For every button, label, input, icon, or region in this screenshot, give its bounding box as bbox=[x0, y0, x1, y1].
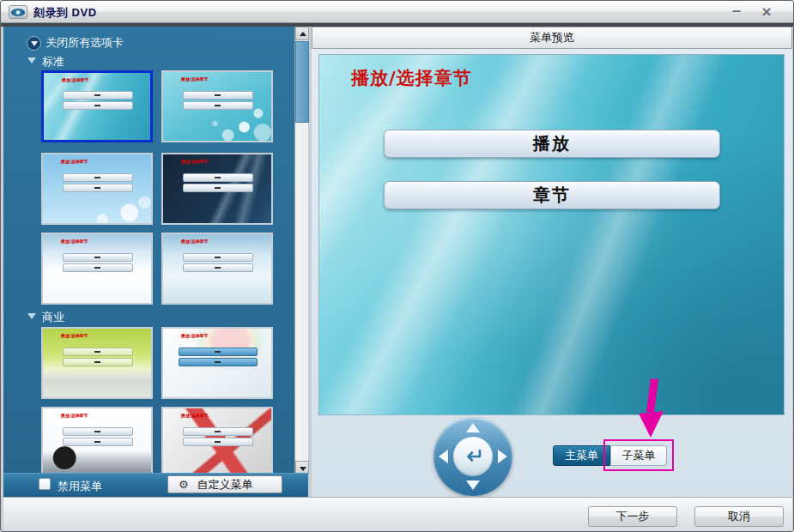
sidebar-scrollbar[interactable] bbox=[294, 27, 308, 475]
thumb-play-bar bbox=[183, 91, 254, 100]
section-business[interactable]: 商业 bbox=[27, 310, 64, 325]
dpad-up-icon[interactable] bbox=[466, 423, 480, 432]
thumb-chapter-bar bbox=[183, 438, 254, 446]
thumb-play-bar bbox=[63, 348, 134, 356]
scrollbar-thumb[interactable] bbox=[295, 41, 309, 123]
thumb-chapter-bar bbox=[63, 438, 134, 446]
menu-preview-header: 菜单预览 bbox=[312, 27, 792, 49]
disable-menu-checkbox[interactable] bbox=[39, 478, 51, 490]
circle-down-arrow-icon bbox=[27, 36, 41, 51]
template-thumbnail-cyan-bokeh[interactable]: 播放/选择章节 bbox=[161, 70, 273, 142]
thumb-menu-title: 播放/选择章节 bbox=[62, 77, 89, 83]
thumb-chapter-bar bbox=[179, 358, 258, 366]
template-thumbnail-navy-swirl[interactable]: 播放/选择章节 bbox=[161, 153, 273, 225]
thumb-chapter-bar bbox=[183, 101, 254, 110]
minimize-button[interactable]: – bbox=[727, 4, 746, 20]
thumb-menu-title: 播放/选择章节 bbox=[181, 413, 209, 419]
dpad-control bbox=[433, 417, 512, 496]
template-thumbnail-sky-bokeh[interactable]: 播放/选择章节 bbox=[41, 153, 153, 225]
close-button[interactable]: × bbox=[756, 3, 777, 21]
thumb-play-bar bbox=[63, 91, 132, 100]
close-all-tabs-label: 关闭所有选项卡 bbox=[45, 35, 124, 50]
thumb-menu-title: 播放/选择章节 bbox=[181, 333, 209, 339]
thumb-play-bar bbox=[183, 173, 254, 182]
template-thumbnail-teal-swirl[interactable]: 播放/选择章节 bbox=[41, 70, 153, 142]
annotation-highlight-box bbox=[603, 439, 674, 471]
thumb-play-bar bbox=[63, 253, 134, 262]
template-thumbnail-business-blue-bars[interactable]: 播放/选择章节 bbox=[161, 327, 273, 399]
thumb-chapter-bar bbox=[183, 184, 254, 192]
cancel-button[interactable]: 取消 bbox=[694, 506, 784, 527]
annotation-arrow-icon bbox=[633, 378, 672, 438]
template-thumbnail-business-green-blocks[interactable]: 播放/选择章节 bbox=[41, 327, 153, 399]
template-thumbnail-business-red-runner[interactable]: 播放/选择章节 bbox=[161, 407, 273, 479]
chapter-menu-button[interactable]: 章节 bbox=[384, 181, 720, 209]
template-thumbnail-business-city-chart[interactable]: 播放/选择章节 bbox=[41, 407, 153, 479]
thumb-play-bar bbox=[63, 173, 134, 182]
next-button[interactable]: 下一步 bbox=[588, 506, 677, 527]
thumb-play-bar bbox=[179, 348, 258, 356]
collapse-icon bbox=[27, 57, 36, 63]
thumb-menu-title: 播放/选择章节 bbox=[61, 239, 88, 245]
menu-preview-canvas bbox=[318, 54, 785, 415]
gear-icon: ⚙ bbox=[179, 478, 189, 492]
close-all-tabs-button[interactable]: 关闭所有选项卡 bbox=[27, 35, 124, 50]
thumb-play-bar bbox=[63, 427, 134, 436]
enter-icon bbox=[463, 449, 483, 464]
thumb-chapter-bar bbox=[183, 263, 254, 272]
section-business-label: 商业 bbox=[42, 311, 64, 323]
thumb-menu-title: 播放/选择章节 bbox=[61, 333, 88, 339]
template-thumbnail-pale-blue-soft[interactable]: 播放/选择章节 bbox=[161, 233, 273, 305]
title-bar: 刻录到 DVD – × bbox=[1, 1, 793, 23]
thumb-menu-title: 播放/选择章节 bbox=[181, 159, 209, 165]
thumb-menu-title: 播放/选择章节 bbox=[61, 413, 88, 419]
window-title: 刻录到 DVD bbox=[33, 5, 97, 21]
dpad-right-icon[interactable] bbox=[498, 450, 507, 463]
disable-menu-label: 禁用菜单 bbox=[58, 479, 102, 494]
template-thumbnail-pale-blue-top[interactable]: 播放/选择章节 bbox=[41, 233, 153, 305]
dvd-disc-icon bbox=[9, 5, 27, 19]
thumb-chapter-bar bbox=[63, 184, 134, 192]
scroll-up-button[interactable] bbox=[295, 27, 309, 40]
thumb-chapter-bar bbox=[63, 101, 132, 110]
thumb-chapter-bar bbox=[63, 358, 134, 366]
section-standard[interactable]: 标准 bbox=[27, 54, 64, 70]
dpad-left-icon[interactable] bbox=[439, 450, 448, 463]
thumb-play-bar bbox=[183, 427, 254, 436]
section-standard-label: 标准 bbox=[42, 55, 64, 68]
thumb-chapter-bar bbox=[63, 263, 134, 272]
burn-to-dvd-window: 刻录到 DVD – × 关闭所有选项卡 标准 商业 播放/选择章节 播放/选择章… bbox=[0, 0, 794, 532]
thumb-menu-title: 播放/选择章节 bbox=[181, 239, 209, 245]
main-menu-toggle[interactable]: 主菜单 bbox=[553, 445, 610, 466]
thumb-menu-title: 播放/选择章节 bbox=[61, 159, 88, 165]
collapse-icon bbox=[27, 313, 36, 319]
menu-title-text: 播放/选择章节 bbox=[351, 66, 472, 90]
customize-menu-label: 自定义菜单 bbox=[197, 478, 253, 491]
dpad-enter-button[interactable] bbox=[453, 437, 493, 476]
thumb-menu-title: 播放/选择章节 bbox=[181, 76, 209, 82]
thumb-play-bar bbox=[183, 253, 254, 262]
customize-menu-button[interactable]: ⚙ 自定义菜单 bbox=[167, 475, 282, 493]
dpad-down-icon[interactable] bbox=[466, 481, 480, 490]
play-menu-button[interactable]: 播放 bbox=[384, 130, 720, 158]
